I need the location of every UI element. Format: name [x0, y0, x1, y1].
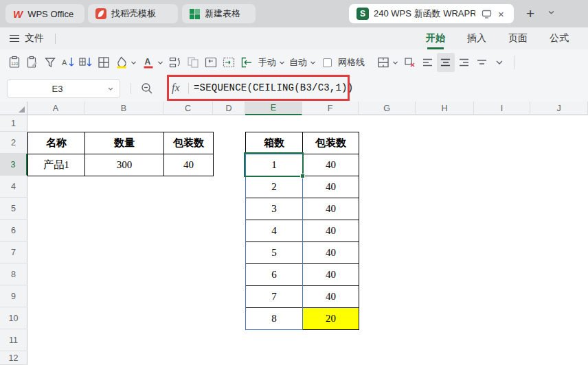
svg-text:123: 123	[11, 62, 19, 66]
paste-format-button[interactable]	[23, 53, 41, 72]
shrink-to-fit-button[interactable]	[220, 53, 238, 72]
cell-f10-highlighted[interactable]: 20	[303, 308, 359, 330]
row-header-12[interactable]: 12	[0, 351, 27, 365]
row-header-2[interactable]: 2	[0, 132, 27, 154]
swap-rows-columns-button[interactable]	[166, 53, 184, 72]
cell-c3[interactable]: 40	[164, 154, 214, 176]
cell-a2[interactable]: 名称	[28, 132, 85, 154]
align-right-button[interactable]	[455, 53, 473, 72]
delete-cells-button[interactable]	[401, 53, 419, 72]
cell-e8[interactable]: 6	[246, 264, 303, 286]
wrap-text-button[interactable]	[202, 53, 220, 72]
cell-f2[interactable]: 包装数	[303, 132, 359, 154]
gridlines-checkbox[interactable]: 网格线	[321, 53, 368, 72]
column-header-row: A B C D E F G H I J	[0, 102, 588, 115]
tab-wps-office[interactable]: W WPS Office	[5, 4, 84, 23]
formula-input[interactable]: =SEQUENCE(CEILING(B3/C3,1))	[194, 82, 353, 93]
auto-calc-dropdown[interactable]: 自动	[286, 53, 317, 72]
merge-cells-dropdown-icon[interactable]	[392, 60, 398, 65]
column-header-g[interactable]: G	[359, 102, 416, 115]
menu-bar: 文件 开始 插入 页面 公式	[0, 27, 588, 49]
tab-active-document[interactable]: S 240 WPS 新函数 WRAPROW ×	[349, 4, 514, 23]
row-header-1[interactable]: 1	[0, 115, 27, 132]
menu-item-formula[interactable]: 公式	[550, 28, 569, 49]
more-alignment-chevron-icon[interactable]	[490, 53, 508, 72]
name-box-chevron-icon[interactable]	[107, 86, 120, 91]
tab-docer-templates[interactable]: 找稻壳模板	[88, 4, 178, 23]
tab-new-sheet[interactable]: 新建表格	[182, 4, 256, 23]
column-header-e[interactable]: E	[245, 102, 302, 115]
cell-e5[interactable]: 3	[246, 198, 303, 220]
menu-item-home[interactable]: 开始	[426, 28, 445, 49]
cell-a3[interactable]: 产品1	[28, 154, 85, 176]
fx-icon[interactable]: fx	[172, 82, 180, 94]
cell-f5[interactable]: 40	[303, 198, 359, 220]
row-header-6[interactable]: 6	[0, 220, 27, 242]
divider	[188, 83, 189, 94]
menu-item-page[interactable]: 页面	[508, 28, 528, 49]
cell-e6[interactable]: 4	[246, 220, 303, 242]
row-header-4[interactable]: 4	[0, 176, 27, 198]
merge-cells-button[interactable]	[374, 53, 392, 72]
paste-values-button[interactable]: 123	[5, 53, 23, 72]
tab-list-chevron-icon[interactable]	[547, 10, 555, 15]
font-color-dropdown-icon[interactable]	[157, 60, 163, 65]
cell-f6[interactable]: 40	[303, 220, 359, 242]
sort-ascending-button[interactable]: A	[59, 53, 77, 72]
row-header-11[interactable]: 11	[0, 329, 27, 351]
row-header-10[interactable]: 10	[0, 307, 27, 329]
export-button[interactable]	[238, 53, 256, 72]
cell-e9[interactable]: 7	[246, 286, 303, 308]
zoom-out-icon[interactable]	[141, 82, 153, 95]
column-header-a[interactable]: A	[27, 102, 84, 115]
cell-e4[interactable]: 2	[246, 176, 303, 198]
row-header-9[interactable]: 9	[0, 285, 27, 307]
close-tab-icon[interactable]: ×	[497, 8, 506, 20]
column-header-j[interactable]: J	[530, 102, 588, 115]
align-left-button[interactable]	[419, 53, 437, 72]
cell-b2[interactable]: 数量	[85, 132, 164, 154]
align-justify-button[interactable]	[473, 53, 490, 72]
name-box[interactable]: E3	[7, 79, 120, 98]
row-header-3[interactable]: 3	[0, 154, 27, 176]
manual-calc-dropdown[interactable]: 手动	[256, 53, 286, 72]
cell-e2[interactable]: 箱数	[246, 132, 303, 154]
product-table: 名称 数量 包装数 产品1 300 40	[27, 132, 214, 176]
cell-f4[interactable]: 40	[303, 176, 359, 198]
cell-f3[interactable]: 40	[303, 154, 359, 176]
cell-c2[interactable]: 包装数	[164, 132, 214, 154]
column-header-b[interactable]: B	[84, 102, 163, 115]
row-header-8[interactable]: 8	[0, 263, 27, 285]
column-header-d[interactable]: D	[213, 102, 245, 115]
monitor-icon[interactable]	[482, 10, 492, 19]
column-header-i[interactable]: I	[474, 102, 530, 115]
window-tab-bar: W WPS Office 找稻壳模板 新建表格 S 240 WPS 新函数 WR…	[0, 0, 588, 27]
spreadsheet-grid-icon	[190, 9, 200, 19]
file-menu[interactable]: 文件	[25, 32, 44, 45]
row-header-7[interactable]: 7	[0, 242, 27, 263]
cell-e3[interactable]: 1	[246, 154, 303, 176]
hamburger-menu-icon[interactable]	[10, 35, 19, 42]
cell-b3[interactable]: 300	[85, 154, 164, 176]
filter-button[interactable]	[41, 53, 59, 72]
borders-button[interactable]	[95, 53, 113, 72]
align-center-button[interactable]	[437, 53, 455, 72]
sort-descending-button[interactable]	[77, 53, 95, 72]
cell-f7[interactable]: 40	[303, 242, 359, 264]
column-header-h[interactable]: H	[416, 102, 474, 115]
new-tab-button[interactable]: +	[526, 6, 534, 21]
row-header-5[interactable]: 5	[0, 198, 27, 220]
column-header-c[interactable]: C	[163, 102, 213, 115]
cell-f9[interactable]: 40	[303, 286, 359, 308]
cell-f8[interactable]: 40	[303, 264, 359, 286]
cell-e7[interactable]: 5	[246, 242, 303, 264]
cell-e10[interactable]: 8	[246, 308, 303, 330]
font-color-button[interactable]: A	[139, 53, 157, 72]
menu-item-insert[interactable]: 插入	[467, 28, 486, 49]
wps-logo-icon: W	[13, 8, 23, 20]
fill-color-button[interactable]	[113, 53, 131, 72]
column-header-f[interactable]: F	[302, 102, 359, 115]
highlight-duplicates-button[interactable]	[184, 53, 202, 72]
select-all-corner[interactable]	[0, 102, 27, 115]
fill-color-dropdown-icon[interactable]	[131, 60, 137, 65]
